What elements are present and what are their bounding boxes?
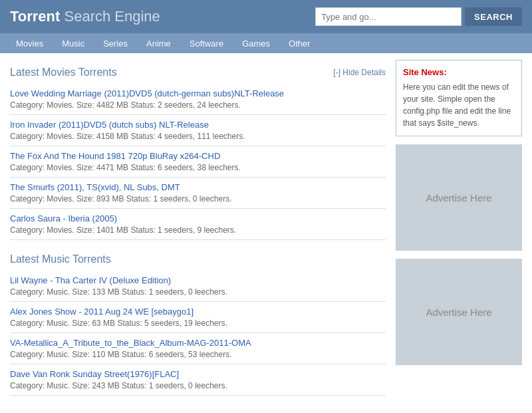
site-news-box: Site News: Here you can edit the news of… xyxy=(396,60,522,136)
torrent-row: Iron Invader (2011)DVD5 (dutch subs) NLT… xyxy=(10,115,386,146)
torrent-row: The Fox And The Hound 1981 720p BluRay x… xyxy=(10,146,386,178)
logo-torrent: Torrent xyxy=(10,8,60,25)
ad-label-1: Advertise Here xyxy=(426,192,491,204)
music-section-title: Latest Music Torrents xyxy=(10,253,111,265)
search-input[interactable] xyxy=(315,7,462,26)
torrent-title[interactable]: The Fox And The Hound 1981 720p BluRay x… xyxy=(10,151,386,161)
hide-details-movies[interactable]: [-] Hide Details xyxy=(333,68,386,77)
torrent-row: Dave Van Ronk Sunday Street(1976)[FLAC]C… xyxy=(10,364,386,396)
logo-text: Torrent Search Engine xyxy=(10,8,160,25)
search-area: SEARCH xyxy=(315,7,522,26)
torrent-title[interactable]: Iron Invader (2011)DVD5 (dutch subs) NLT… xyxy=(10,120,386,130)
movies-section-header: Latest Movies Torrents [-] Hide Details xyxy=(10,67,386,78)
site-news-title: Site News: xyxy=(403,67,515,77)
torrent-meta: Category: Movies. Size: 1401 MB Status: … xyxy=(10,225,236,235)
music-section-header: Latest Music Torrents xyxy=(10,253,386,265)
nav-item-games[interactable]: Games xyxy=(233,35,279,52)
nav-item-music[interactable]: Music xyxy=(53,35,94,52)
torrent-meta: Category: Music. Size: 63 MB Status: 5 s… xyxy=(10,319,227,328)
torrent-meta: Category: Music. Size: 110 MB Status: 6 … xyxy=(10,350,232,359)
torrent-title[interactable]: The Smurfs (2011), TS(xvid), NL Subs, DM… xyxy=(10,182,386,192)
nav-item-other[interactable]: Other xyxy=(279,35,320,52)
torrent-meta: Category: Movies. Size: 4471 MB Status: … xyxy=(10,163,241,172)
site-news-text: Here you can edit the news of your site.… xyxy=(403,81,515,129)
torrent-title[interactable]: VA-Metallica_A_Tribute_to_the_Black_Albu… xyxy=(10,338,386,348)
nav-item-movies[interactable]: Movies xyxy=(7,35,53,52)
torrent-row: Love Wedding Marriage (2011)DVD5 (dutch-… xyxy=(10,84,386,115)
header: Torrent Search Engine SEARCH xyxy=(0,0,532,33)
ad-box-1: Advertise Here xyxy=(396,144,522,251)
torrent-title[interactable]: Love Wedding Marriage (2011)DVD5 (dutch-… xyxy=(10,88,386,98)
logo: Torrent Search Engine xyxy=(10,8,160,25)
nav-item-series[interactable]: Series xyxy=(94,35,137,52)
nav-item-software[interactable]: Software xyxy=(180,35,233,52)
torrent-meta: Category: Movies. Size: 4482 MB Status: … xyxy=(10,100,241,110)
movies-section-title: Latest Movies Torrents xyxy=(10,67,117,78)
torrent-meta: Category: Music. Size: 243 MB Status: 1 … xyxy=(10,381,227,390)
movies-list: Love Wedding Marriage (2011)DVD5 (dutch-… xyxy=(10,84,386,240)
torrent-title[interactable]: Carlos Saura - Iberia (2005) xyxy=(10,213,386,223)
torrent-meta: Category: Music. Size: 133 MB Status: 1 … xyxy=(10,287,227,297)
search-button[interactable]: SEARCH xyxy=(465,7,522,26)
content-area: Latest Movies Torrents [-] Hide Details … xyxy=(10,60,386,396)
torrent-row: VA-Metallica_A_Tribute_to_the_Black_Albu… xyxy=(10,333,386,364)
logo-rest: Search Engine xyxy=(60,8,160,25)
ad-box-2: Advertise Here xyxy=(396,259,522,365)
nav-bar: Movies Music Series Anime Software Games… xyxy=(0,33,532,53)
torrent-meta: Category: Movies. Size: 4158 MB Status: … xyxy=(10,132,245,141)
torrent-title[interactable]: Dave Van Ronk Sunday Street(1976)[FLAC] xyxy=(10,369,386,379)
torrent-title[interactable]: Alex Jones Show - 2011 Aug 24 WE [sebayg… xyxy=(10,307,386,317)
torrent-row: Carlos Saura - Iberia (2005)Category: Mo… xyxy=(10,209,386,240)
nav-item-anime[interactable]: Anime xyxy=(137,35,180,52)
torrent-row: Alex Jones Show - 2011 Aug 24 WE [sebayg… xyxy=(10,302,386,333)
torrent-row: Lil Wayne - Tha Carter IV (Deluxe Editio… xyxy=(10,271,386,302)
torrent-title[interactable]: Lil Wayne - Tha Carter IV (Deluxe Editio… xyxy=(10,275,386,285)
ad-label-2: Advertise Here xyxy=(426,307,491,318)
main-content: Latest Movies Torrents [-] Hide Details … xyxy=(0,53,532,402)
torrent-meta: Category: Movies. Size: 893 MB Status: 1… xyxy=(10,194,232,204)
sidebar: Site News: Here you can edit the news of… xyxy=(396,60,522,396)
music-list: Lil Wayne - Tha Carter IV (Deluxe Editio… xyxy=(10,271,386,396)
torrent-row: The Smurfs (2011), TS(xvid), NL Subs, DM… xyxy=(10,178,386,209)
